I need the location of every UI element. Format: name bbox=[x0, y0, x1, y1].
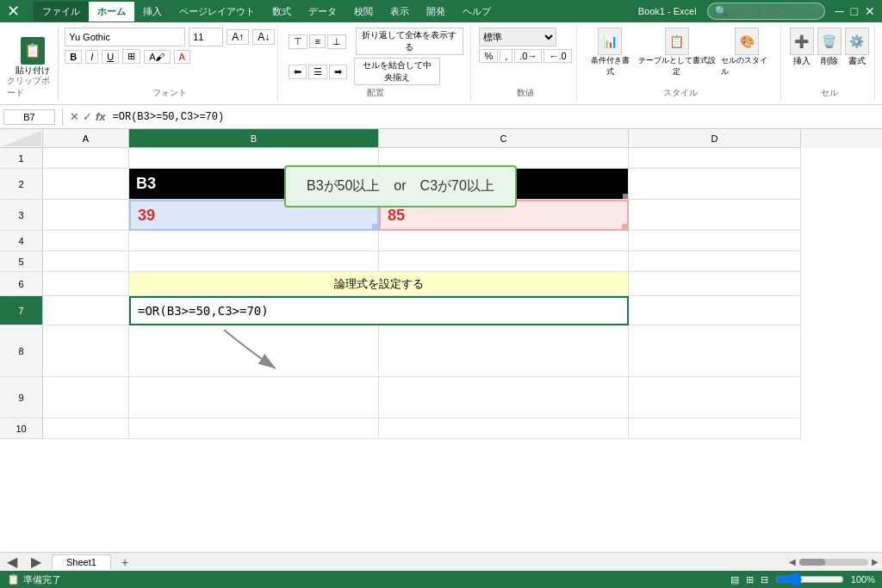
decrease-decimal-btn[interactable]: ←.0 bbox=[543, 49, 571, 63]
align-middle-btn[interactable]: ≡ bbox=[309, 34, 325, 48]
col-header-c[interactable]: C bbox=[379, 129, 629, 148]
format-btn-cell[interactable]: ⚙️ 書式 bbox=[845, 28, 869, 67]
font-size-input[interactable] bbox=[189, 28, 223, 46]
increase-decimal-btn[interactable]: .0→ bbox=[514, 49, 542, 63]
align-left-btn[interactable]: ⬅ bbox=[289, 65, 307, 79]
cell-d4[interactable] bbox=[629, 231, 801, 251]
scroll-right-btn[interactable]: ▶ bbox=[872, 557, 879, 566]
cancel-icon[interactable]: ✕ bbox=[70, 110, 79, 123]
sheet-tab-sheet1[interactable]: Sheet1 bbox=[52, 554, 111, 569]
conditional-format-btn[interactable]: 📊 条件付き書式 bbox=[587, 28, 632, 77]
cell-b5[interactable] bbox=[129, 251, 379, 272]
cell-d10[interactable] bbox=[629, 418, 801, 439]
align-top-btn[interactable]: ⊤ bbox=[289, 34, 307, 49]
cell-b4[interactable] bbox=[129, 231, 379, 251]
percent-btn[interactable]: % bbox=[479, 49, 498, 63]
formula-input[interactable] bbox=[109, 109, 879, 125]
row-header-10[interactable]: 10 bbox=[0, 418, 43, 439]
menu-tab-review[interactable]: 校閲 bbox=[345, 2, 382, 22]
cell-c8[interactable] bbox=[379, 325, 629, 377]
sheet-nav-right[interactable]: ▶ bbox=[24, 552, 48, 572]
row-header-2[interactable]: 2 bbox=[0, 169, 43, 200]
merge-center-btn[interactable]: セルを結合して中央揃え bbox=[354, 58, 440, 85]
align-right-btn[interactable]: ➡ bbox=[329, 65, 347, 79]
cell-a4[interactable] bbox=[43, 231, 129, 251]
row-header-5[interactable]: 5 bbox=[0, 251, 43, 272]
font-decrease-btn[interactable]: A↓ bbox=[252, 29, 275, 45]
font-increase-btn[interactable]: A↑ bbox=[227, 29, 249, 45]
view-layout-btn[interactable]: ⊞ bbox=[746, 574, 754, 585]
col-header-b[interactable]: B bbox=[129, 129, 379, 148]
cell-d1[interactable] bbox=[629, 148, 801, 169]
cell-b7-selected[interactable]: =OR(B3>=50,C3>=70) bbox=[129, 296, 629, 325]
cell-d3[interactable] bbox=[629, 200, 801, 231]
insert-btn[interactable]: ➕ 挿入 bbox=[790, 28, 814, 67]
scroll-left-btn[interactable]: ◀ bbox=[789, 557, 796, 566]
resize-handle-c2[interactable] bbox=[623, 194, 628, 199]
insert-function-icon[interactable]: fx bbox=[96, 110, 106, 123]
minimize-btn[interactable]: ─ bbox=[835, 4, 844, 18]
cell-a6[interactable] bbox=[43, 272, 129, 296]
cell-d2[interactable] bbox=[629, 169, 801, 200]
align-center-btn[interactable]: ☰ bbox=[308, 65, 327, 79]
zoom-slider[interactable] bbox=[775, 576, 844, 583]
cell-d6[interactable] bbox=[629, 272, 801, 296]
cell-b9[interactable] bbox=[129, 377, 379, 418]
view-normal-btn[interactable]: ▤ bbox=[730, 574, 739, 585]
cell-a8[interactable] bbox=[43, 325, 129, 377]
cell-d5[interactable] bbox=[629, 251, 801, 272]
cell-c4[interactable] bbox=[379, 231, 629, 251]
italic-btn[interactable]: I bbox=[85, 50, 98, 64]
cell-ref-box[interactable] bbox=[3, 109, 55, 125]
paste-button[interactable]: 📋 貼り付け bbox=[16, 37, 50, 77]
align-bottom-btn[interactable]: ⊥ bbox=[327, 34, 346, 49]
cell-a2[interactable] bbox=[43, 169, 129, 200]
underline-btn[interactable]: U bbox=[102, 50, 119, 64]
cell-a3[interactable] bbox=[43, 200, 129, 231]
cell-b10[interactable] bbox=[129, 418, 379, 439]
row-header-4[interactable]: 4 bbox=[0, 231, 43, 251]
col-header-a[interactable]: A bbox=[43, 129, 129, 148]
menu-tab-insert[interactable]: 挿入 bbox=[134, 2, 171, 22]
cell-c5[interactable] bbox=[379, 251, 629, 272]
confirm-icon[interactable]: ✓ bbox=[83, 110, 92, 123]
font-color-btn[interactable]: A bbox=[174, 50, 190, 64]
wrap-text-btn[interactable]: 折り返して全体を表示する bbox=[356, 28, 463, 55]
resize-handle-b3[interactable] bbox=[372, 224, 377, 229]
menu-tab-file[interactable]: ファイル bbox=[34, 2, 89, 22]
format-as-table-btn[interactable]: 📋 テーブルとして書式設定 bbox=[636, 28, 717, 77]
menu-tab-page-layout[interactable]: ページレイアウト bbox=[171, 2, 264, 22]
row-header-7[interactable]: 7 bbox=[0, 296, 43, 325]
fill-color-btn[interactable]: A🖌 bbox=[144, 50, 170, 64]
cell-d8[interactable] bbox=[629, 325, 801, 377]
cell-a10[interactable] bbox=[43, 418, 129, 439]
menu-tab-formula[interactable]: 数式 bbox=[264, 2, 300, 22]
sheet-add-btn[interactable]: + bbox=[115, 554, 135, 571]
col-header-d[interactable]: D bbox=[629, 129, 801, 148]
close-btn[interactable]: ✕ bbox=[865, 4, 875, 18]
row-header-6[interactable]: 6 bbox=[0, 272, 43, 296]
menu-tab-home[interactable]: ホーム bbox=[89, 2, 134, 22]
maximize-btn[interactable]: □ bbox=[851, 4, 858, 18]
cell-c10[interactable] bbox=[379, 418, 629, 439]
row-header-9[interactable]: 9 bbox=[0, 377, 43, 418]
cell-c9[interactable] bbox=[379, 377, 629, 418]
cell-a1[interactable] bbox=[43, 148, 129, 169]
row-header-3[interactable]: 3 bbox=[0, 200, 43, 231]
border-btn[interactable]: ⊞ bbox=[122, 49, 140, 64]
cell-b6-merged[interactable]: 論理式を設定する bbox=[129, 272, 629, 296]
menu-tab-dev[interactable]: 開発 bbox=[418, 2, 454, 22]
bold-btn[interactable]: B bbox=[65, 50, 82, 64]
cell-b8[interactable] bbox=[129, 325, 379, 377]
cell-a5[interactable] bbox=[43, 251, 129, 272]
row-header-8[interactable]: 8 bbox=[0, 325, 43, 377]
cell-d9[interactable] bbox=[629, 377, 801, 418]
cell-a7[interactable] bbox=[43, 296, 129, 325]
menu-tab-help[interactable]: ヘルプ bbox=[454, 2, 500, 22]
cell-a9[interactable] bbox=[43, 377, 129, 418]
menu-tab-view[interactable]: 表示 bbox=[382, 2, 418, 22]
cell-d7[interactable] bbox=[629, 296, 801, 325]
delete-btn[interactable]: 🗑️ 削除 bbox=[817, 28, 842, 67]
sheet-nav-left[interactable]: ◀ bbox=[0, 552, 24, 572]
horizontal-scrollbar[interactable] bbox=[799, 559, 868, 566]
